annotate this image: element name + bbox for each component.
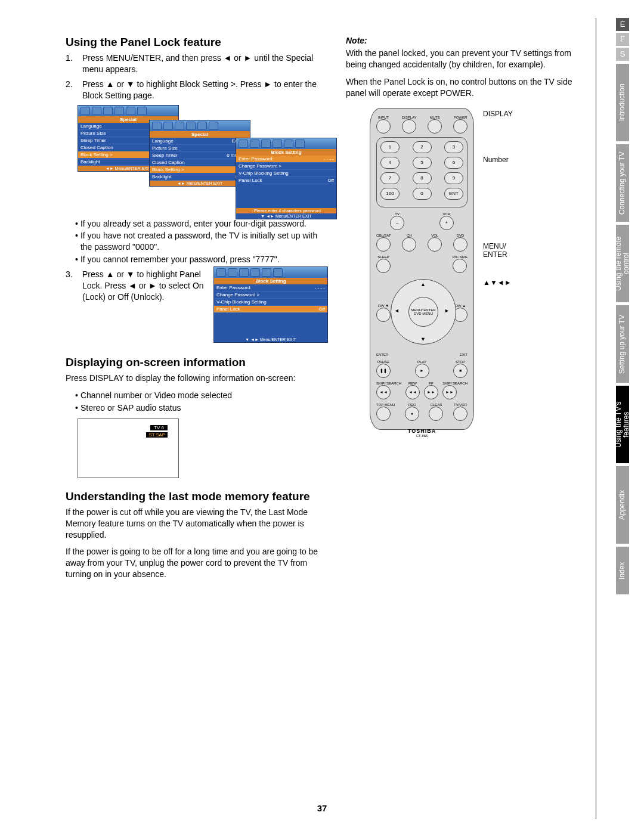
tab-using-features: Using the TV's features	[616, 386, 629, 463]
heading-panel-lock: Using the Panel Lock feature	[66, 36, 328, 49]
remote-menu-enter-button: MENU/ ENTER DVD MENU	[408, 297, 438, 327]
step-3: 3. Press ▲ or ▼ to highlight Panel Lock.…	[66, 269, 208, 339]
note-p2: When the Panel Lock is on, no control bu…	[346, 76, 572, 99]
remote-input-button	[376, 119, 391, 134]
remote-power-button	[453, 119, 467, 134]
remote-brand: TOSHIBA	[376, 428, 467, 434]
callout-arrows: ▲▼◄►	[483, 278, 531, 287]
tab-remote: Using the remote control	[616, 225, 629, 302]
callout-number: Number	[483, 156, 531, 164]
bullet-channel: Channel number or Video mode selected	[75, 390, 328, 401]
bullet-stereo: Stereo or SAP audio status	[75, 402, 328, 414]
step-2: 2. Press ▲ or ▼ to highlight Block Setti…	[66, 79, 328, 101]
step-1: 1. Press MENU/ENTER, and then press ◄ or…	[66, 52, 328, 75]
remote-dpad: ▲▼◄► MENU/ ENTER DVD MENU	[391, 279, 453, 345]
lang-f: F	[616, 33, 629, 46]
right-separator	[596, 18, 596, 819]
menu-block-setting: Block Setting Enter Password:- - - - Cha…	[236, 138, 337, 219]
osd-example: TV 6 ST.SAP	[78, 418, 179, 478]
heading-display-info: Displaying on-screen information	[66, 356, 328, 369]
callout-menu-enter: MENU/ ENTER	[483, 242, 531, 259]
bullet-pw-forgot: If you cannot remember your password, pr…	[75, 254, 328, 265]
bullet-pw-already: If you already set a password, enter you…	[75, 218, 328, 230]
remote-number-pad: 123 456 789 1000ENT	[376, 137, 467, 207]
lang-s: S	[616, 48, 629, 61]
note-heading: Note:	[346, 36, 572, 45]
bullet-pw-default: If you have not created a password, the …	[75, 230, 328, 253]
tab-index: Index	[616, 547, 629, 594]
last-mode-p1: If the power is cut off while you are vi…	[66, 507, 328, 541]
menu-panel-lock: Block Setting Enter Password:- - - - Cha…	[213, 266, 328, 343]
page-number: 37	[317, 803, 327, 813]
heading-last-mode: Understanding the last mode memory featu…	[66, 490, 328, 503]
remote-mute-button	[428, 119, 442, 134]
remote-model: CT-865	[376, 434, 467, 438]
tab-setting-up: Setting up your TV	[616, 305, 629, 383]
tab-introduction: Introduction	[616, 64, 629, 141]
menu-cascade-image: Special LanguageEnglish Picture Size4:3 …	[78, 105, 328, 212]
section-tabs: E F S Introduction Connecting your TV Us…	[602, 18, 629, 594]
tab-appendix: Appendix	[616, 466, 629, 544]
remote-illustration: INPUT DISPLAY MUTE POWER 123 456 789 100…	[346, 108, 531, 430]
last-mode-p2: If the power is going to be off for a lo…	[66, 546, 328, 580]
lang-e: E	[616, 18, 629, 31]
note-p1: With the panel locked, you can prevent y…	[346, 48, 572, 70]
remote-display-button	[402, 119, 416, 134]
display-info-intro: Press DISPLAY to display the following i…	[66, 373, 328, 384]
left-column: Using the Panel Lock feature 1. Press ME…	[66, 36, 328, 586]
callout-display: DISPLAY	[483, 110, 531, 118]
right-column: Note: With the panel locked, you can pre…	[346, 36, 572, 586]
tab-connecting: Connecting your TV	[616, 144, 629, 222]
